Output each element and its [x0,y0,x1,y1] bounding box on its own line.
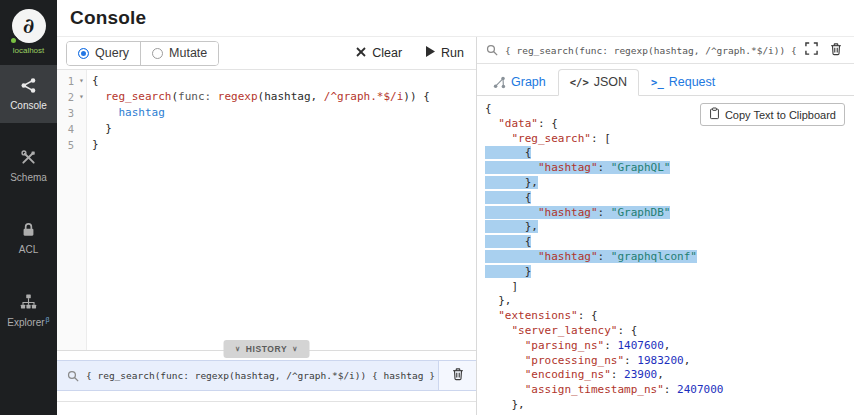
json-line: "processing_ns": 1983200, [485,354,854,369]
expand-results-button[interactable] [803,40,820,60]
trash-icon [451,367,465,384]
page-header: Console [57,0,854,37]
mutate-mode-button[interactable]: Mutate [140,42,218,65]
sidebar-nav: ConsoleSchemaACLExplorerβ [0,65,57,354]
sidebar-item-server[interactable]: ∂ localhost [0,0,57,65]
sidebar-item-label: Schema [10,172,47,183]
selected-text: } [485,265,531,278]
history-toggle-button[interactable]: ∨ HISTORY ∨ [223,340,310,358]
play-icon [426,46,435,60]
delete-results-button[interactable] [827,40,845,61]
history-divider: ∨ HISTORY ∨ [57,350,476,351]
editor-code: { reg_search(func: regexp(hashtag, /^gra… [87,70,476,350]
json-line: }, [485,294,854,309]
editor-line: } [92,137,476,153]
fold-arrow-icon[interactable]: ▾ [77,73,86,89]
mutate-mode-label: Mutate [169,46,207,60]
history-next-entry-edge [57,401,476,415]
selected-text: "hashtag": "GraphQL" [485,161,670,174]
json-line: { [485,191,854,206]
selected-text: { [485,146,531,159]
copy-button-label: Copy Text to Clipboard [725,109,836,121]
results-tabs: Graph</>JSON>_Request [477,64,854,96]
connection-status-dot [9,36,18,45]
query-editor[interactable]: 1▾2▾345 { reg_search(func: regexp(hashta… [57,70,476,350]
gutter-line: 1▾ [57,73,86,89]
tools-icon [20,149,37,166]
dgraph-logo-glyph: ∂ [23,13,34,38]
tab-request[interactable]: >_Request [639,69,727,96]
gutter-line: 3 [57,105,86,121]
line-number: 2 [57,89,77,105]
tab-label: Request [669,75,716,89]
dgraph-logo: ∂ [12,9,46,43]
tab-label: JSON [594,75,627,89]
run-button-label: Run [441,46,464,60]
tab-label: Graph [511,75,546,89]
copy-to-clipboard-button[interactable]: Copy Text to Clipboard [700,103,845,126]
json-line: { [485,235,854,250]
query-pane: Query Mutate Clear [57,37,477,415]
server-label: localhost [13,46,45,55]
run-button[interactable]: Run [414,46,476,60]
json-tab-icon: </> [570,76,589,88]
editor-line: reg_search(func: regexp(hashtag, /^graph… [92,89,476,105]
trash-icon [829,42,843,59]
json-view: { "data": { "reg_search": [ { "hashtag":… [477,96,854,413]
sidebar-item-explorer[interactable]: Explorerβ [0,281,57,340]
sidebar-item-schema[interactable]: Schema [0,137,57,195]
selected-text: { [485,191,531,204]
query-mode-label: Query [95,46,129,60]
expand-icon [805,42,818,58]
selected-text: "hashtag": "graphqlconf" [485,250,697,263]
clear-button[interactable]: Clear [344,46,414,60]
editor-gutter: 1▾2▾345 [57,70,87,350]
json-result-panel: Copy Text to Clipboard { "data": { "reg_… [477,96,854,415]
sitemap-icon [20,293,37,310]
fold-arrow-icon[interactable]: ▾ [77,89,86,105]
query-mode-button[interactable]: Query [67,42,140,65]
results-pane: { reg_search(func: regexp(hashtag, /^gra… [477,37,854,415]
json-line: "hashtag": "GraphDB" [485,206,854,221]
line-number: 3 [57,105,77,121]
chevron-down-icon: ∨ [292,345,298,353]
clear-button-label: Clear [372,46,402,60]
sidebar-item-label: Console [10,100,47,111]
json-line: "hashtag": "GraphQL" [485,161,854,176]
sidebar: ∂ localhost ConsoleSchemaACLExplorerβ [0,0,57,415]
clipboard-icon [709,107,720,122]
sidebar-item-label: ACL [19,244,38,255]
json-line: "reg_search": [ [485,132,854,147]
selected-text: }, [485,220,538,233]
json-line: "extensions": { [485,309,854,324]
json-line: ] [485,280,854,295]
results-query-bar: { reg_search(func: regexp(hashtag, /^gra… [477,37,854,64]
json-line: } [485,265,854,280]
json-line: }, [485,398,854,413]
history-list: { reg_search(func: regexp(hashtag, /^gra… [57,360,476,391]
json-line: "server_latency": { [485,324,854,339]
json-line: "encoding_ns": 23900, [485,368,854,383]
selected-text: }, [485,176,538,189]
editor-line: } [92,121,476,137]
query-toolbar: Query Mutate Clear [57,37,476,70]
request-tab-icon: >_ [651,76,664,88]
sidebar-item-console[interactable]: Console [0,65,57,123]
gutter-line: 4 [57,121,86,137]
selected-text: { [485,235,531,248]
json-line: { [485,146,854,161]
search-icon [67,370,79,382]
chevron-down-icon: ∨ [235,345,241,353]
radio-selected-icon [78,48,89,59]
history-entry-query: { reg_search(func: regexp(hashtag, /^gra… [86,370,438,381]
history-entry[interactable]: { reg_search(func: regexp(hashtag, /^gra… [57,360,476,391]
tab-graph[interactable]: Graph [481,69,558,96]
line-number: 1 [57,73,77,89]
sidebar-item-acl[interactable]: ACL [0,209,57,267]
graph-icon [493,76,506,89]
tab-json[interactable]: </>JSON [558,69,639,96]
history-entry-delete-button[interactable] [438,361,476,390]
json-line: }, [485,176,854,191]
toolbar-actions: Clear Run [344,37,476,69]
json-line: "assign_timestamp_ns": 2407000 [485,383,854,398]
